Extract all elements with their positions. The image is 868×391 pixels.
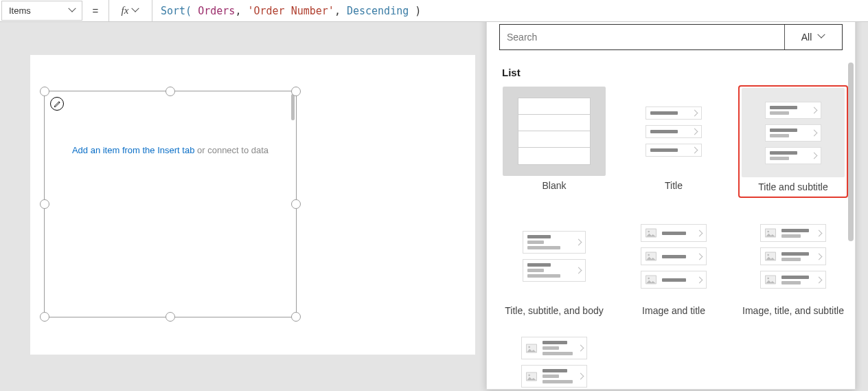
formula-token-sep: , bbox=[235, 5, 247, 17]
layout-card-label: Title and subtitle bbox=[758, 181, 827, 195]
layout-thumb bbox=[742, 88, 845, 177]
image-icon bbox=[526, 372, 537, 381]
resize-handle[interactable] bbox=[291, 199, 301, 209]
formula-token-fn: Sort( bbox=[161, 5, 198, 17]
gallery-scrollbar[interactable] bbox=[291, 94, 295, 120]
resize-handle[interactable] bbox=[291, 312, 301, 322]
layout-filter-label: All bbox=[801, 32, 812, 43]
chevron-down-icon bbox=[819, 34, 825, 41]
selected-gallery[interactable]: Add an item from the Insert tab or conne… bbox=[44, 91, 297, 317]
layout-card-label: Blank bbox=[542, 180, 566, 194]
resize-handle[interactable] bbox=[40, 87, 49, 96]
fx-dropdown[interactable]: fx bbox=[108, 0, 152, 21]
property-select[interactable]: Items bbox=[1, 1, 82, 21]
property-name: Items bbox=[9, 5, 31, 16]
resize-handle[interactable] bbox=[165, 87, 175, 96]
layout-card-label: Image and title bbox=[642, 305, 705, 319]
layout-panel-scrollbar[interactable] bbox=[848, 63, 854, 241]
gallery-hint: Add an item from the Insert tab or conne… bbox=[45, 145, 296, 155]
layout-filter-dropdown[interactable]: All bbox=[784, 25, 842, 49]
pencil-icon bbox=[54, 100, 61, 108]
layout-card-title-subtitle[interactable]: Title and subtitle bbox=[738, 85, 848, 198]
layout-card-grid: Blank Title bbox=[499, 85, 848, 388]
image-icon bbox=[646, 252, 656, 261]
layout-panel: All List Blank bbox=[486, 11, 856, 390]
layout-card-image-title-subtitle[interactable]: Image, title, and subtitle bbox=[738, 210, 848, 319]
resize-handle[interactable] bbox=[40, 199, 49, 209]
image-icon bbox=[646, 228, 656, 238]
layout-card-label: Title bbox=[665, 180, 683, 194]
formula-token-datasource: Orders bbox=[198, 5, 235, 17]
svg-point-3 bbox=[648, 254, 650, 256]
layout-search-input[interactable] bbox=[500, 25, 784, 49]
layout-card-label: Title, subtitle, and body bbox=[505, 305, 603, 319]
svg-point-13 bbox=[528, 346, 530, 348]
layout-card-label: Image, title, and subtitle bbox=[742, 305, 844, 319]
layout-thumb bbox=[742, 212, 845, 301]
formula-token-close: ) bbox=[409, 5, 421, 17]
chevron-down-icon bbox=[133, 8, 139, 14]
equals-label: = bbox=[82, 0, 108, 21]
gallery-hint-rest: or connect to data bbox=[194, 145, 269, 155]
formula-token-direction: Descending bbox=[347, 5, 409, 17]
gallery-hint-link[interactable]: Add an item from the Insert tab bbox=[72, 145, 194, 155]
svg-point-1 bbox=[648, 231, 650, 233]
layout-card-image-title[interactable]: Image and title bbox=[619, 210, 729, 319]
image-icon bbox=[765, 252, 776, 261]
layout-thumb bbox=[503, 87, 606, 176]
resize-handle[interactable] bbox=[165, 312, 175, 322]
layout-card-title-subtitle-body[interactable]: Title, subtitle, and body bbox=[499, 210, 609, 319]
svg-point-7 bbox=[767, 231, 769, 233]
formula-token-sep: , bbox=[334, 5, 347, 17]
resize-handle[interactable] bbox=[40, 312, 49, 322]
layout-card-title[interactable]: Title bbox=[619, 85, 729, 198]
image-icon bbox=[526, 344, 537, 353]
svg-point-11 bbox=[767, 278, 769, 280]
fx-label: fx bbox=[122, 5, 129, 16]
layout-thumb bbox=[622, 87, 725, 176]
layout-panel-body: List Blank bbox=[499, 63, 848, 389]
layout-thumb bbox=[622, 212, 725, 301]
image-icon bbox=[765, 275, 776, 284]
svg-point-9 bbox=[767, 254, 769, 256]
svg-point-5 bbox=[648, 278, 650, 280]
image-icon bbox=[765, 228, 776, 238]
chevron-down-icon bbox=[69, 8, 76, 14]
svg-point-15 bbox=[528, 374, 530, 376]
layout-section-title: List bbox=[502, 67, 848, 78]
resize-handle[interactable] bbox=[291, 87, 301, 96]
formula-input[interactable]: Sort( Orders, 'Order Number', Descending… bbox=[152, 0, 868, 21]
layout-thumb bbox=[503, 333, 606, 388]
formula-bar: Items = fx Sort( Orders, 'Order Number',… bbox=[0, 0, 868, 22]
formula-token-field: 'Order Number' bbox=[247, 5, 334, 17]
layout-search-row: All bbox=[499, 24, 843, 50]
layout-card-blank[interactable]: Blank bbox=[499, 85, 609, 198]
image-icon bbox=[646, 275, 656, 284]
layout-card-partial[interactable] bbox=[499, 331, 609, 388]
layout-thumb bbox=[503, 212, 606, 301]
edit-template-button[interactable] bbox=[50, 97, 64, 111]
